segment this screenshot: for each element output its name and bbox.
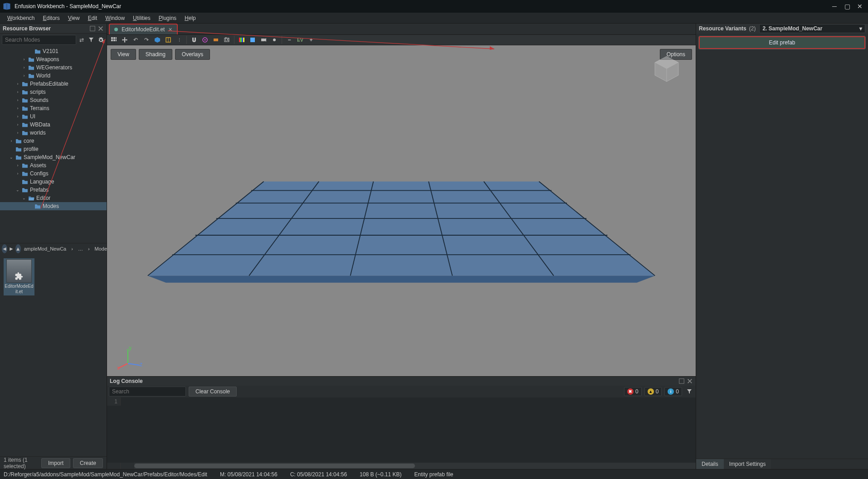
editor-tab[interactable]: EditorModeEdit.et ×	[109, 24, 178, 34]
viewport-overlays-button[interactable]: Overlays	[175, 49, 210, 60]
magnet-icon[interactable]	[189, 35, 199, 45]
minus-icon[interactable]: −	[284, 35, 294, 45]
tree-item[interactable]: ›World	[0, 72, 107, 80]
tree-item[interactable]: ›core	[0, 137, 107, 145]
tab-close-icon[interactable]: ×	[168, 26, 172, 33]
menu-utilities[interactable]: Utilities	[129, 14, 154, 22]
tree-item[interactable]: ⌄SampleMod_NewCar	[0, 153, 107, 161]
tree-item[interactable]: ›Assets	[0, 161, 107, 169]
log-filter-icon[interactable]	[685, 387, 694, 396]
tree-item[interactable]: ›WEGenerators	[0, 63, 107, 72]
color-icon[interactable]	[237, 35, 247, 45]
tree-twisty-icon[interactable]: ⌄	[15, 188, 20, 192]
menu-editors[interactable]: Editors	[39, 14, 63, 22]
panel-close-icon[interactable]	[687, 378, 693, 384]
log-body[interactable]: 1	[107, 397, 696, 463]
nav-up-icon[interactable]: ▲	[15, 244, 21, 253]
tree-twisty-icon[interactable]: ›	[15, 131, 20, 135]
fx-icon[interactable]: fx	[222, 35, 232, 45]
tree-item[interactable]: ›scripts	[0, 88, 107, 96]
tree-item[interactable]: ⌄Editor	[0, 194, 107, 202]
tree-item[interactable]: ›WBData	[0, 121, 107, 129]
viewport[interactable]: View Shading Overlays Options y x z	[107, 45, 696, 376]
tree-twisty-icon[interactable]: ›	[15, 163, 20, 168]
orientation-gizmo-icon[interactable]	[650, 53, 683, 86]
overlay-icon[interactable]	[269, 35, 279, 45]
tree-twisty-icon[interactable]: ›	[15, 106, 20, 111]
env-icon[interactable]: EV	[295, 35, 305, 45]
create-button[interactable]: Create	[73, 458, 103, 468]
menu-view[interactable]: View	[64, 14, 83, 22]
tree-item[interactable]: ›Terrains	[0, 104, 107, 112]
tree-item[interactable]: profile	[0, 145, 107, 153]
move-icon[interactable]	[120, 35, 130, 45]
tree-twisty-icon[interactable]: ›	[22, 57, 26, 62]
menu-edit[interactable]: Edit	[84, 14, 101, 22]
breadcrumb[interactable]: …	[76, 245, 85, 252]
close-button[interactable]: ✕	[854, 2, 865, 11]
tab-details[interactable]: Details	[696, 459, 724, 469]
tree-item[interactable]: Language	[0, 178, 107, 186]
bounds-icon[interactable]	[163, 35, 173, 45]
distance-icon[interactable]	[211, 35, 221, 45]
tree-item[interactable]: V2101	[0, 47, 107, 55]
log-search-input[interactable]	[109, 387, 186, 397]
viewport-view-button[interactable]: View	[111, 49, 136, 60]
tree-item[interactable]: ⌄Prefabs	[0, 186, 107, 194]
tree-item[interactable]: ›worlds	[0, 129, 107, 137]
asset-thumb[interactable]: EditorModeEdit.et	[4, 258, 34, 295]
tree-twisty-icon[interactable]: ›	[15, 122, 20, 127]
variant-select[interactable]: 2. SampleMod_NewCar ▾	[759, 24, 865, 33]
clear-console-button[interactable]: Clear Console	[189, 387, 237, 397]
maximize-button[interactable]: ▢	[842, 2, 853, 11]
tree-twisty-icon[interactable]: ⌄	[22, 196, 26, 200]
panel-popout-icon[interactable]	[678, 378, 685, 384]
snap-icon[interactable]: ⸽	[174, 35, 184, 45]
resource-tree[interactable]: V2101›Weapons›WEGenerators›World›Prefabs…	[0, 46, 107, 243]
search-input[interactable]	[2, 35, 76, 45]
tree-twisty-icon[interactable]: ›	[15, 114, 20, 119]
tree-item[interactable]: ›Weapons	[0, 55, 107, 63]
plus-icon[interactable]: +	[306, 35, 316, 45]
grid-icon[interactable]	[109, 35, 119, 45]
menu-plugins[interactable]: Plugins	[155, 14, 180, 22]
redo-icon[interactable]: ↷	[141, 35, 151, 45]
panel-popout-icon[interactable]	[89, 25, 96, 32]
viewport-shading-button[interactable]: Shading	[139, 49, 172, 60]
ground-icon[interactable]	[200, 35, 210, 45]
asset-grid[interactable]: EditorModeEdit.et	[0, 255, 107, 457]
nav-fwd-icon[interactable]: ►	[9, 244, 14, 253]
tab-import-settings[interactable]: Import Settings	[724, 459, 771, 469]
edit-prefab-button[interactable]: Edit prefab	[699, 36, 865, 49]
tree-twisty-icon[interactable]: ›	[15, 98, 20, 102]
breadcrumb[interactable]: ampleMod_NewCa	[22, 245, 68, 252]
panel-close-icon[interactable]	[98, 25, 104, 32]
tree-item[interactable]: ›UI	[0, 112, 107, 121]
tree-twisty-icon[interactable]: ›	[22, 65, 26, 70]
camera-icon[interactable]	[258, 35, 268, 45]
tree-twisty-icon[interactable]: ›	[22, 73, 26, 78]
error-count-pill[interactable]: ✖0	[624, 387, 642, 396]
tree-twisty-icon[interactable]: ›	[15, 90, 20, 94]
minimize-button[interactable]: ─	[829, 2, 840, 11]
gear-icon[interactable]	[97, 35, 105, 44]
tree-twisty-icon[interactable]: ›	[9, 139, 14, 143]
shading-icon[interactable]	[248, 35, 258, 45]
tree-item[interactable]: ›Configs	[0, 169, 107, 178]
info-count-pill[interactable]: i0	[664, 387, 682, 396]
nav-back-icon[interactable]: ◄	[2, 244, 7, 253]
menu-help[interactable]: Help	[181, 14, 200, 22]
tree-twisty-icon[interactable]: ⌄	[9, 155, 14, 160]
tree-twisty-icon[interactable]: ›	[15, 82, 20, 86]
filter-icon[interactable]	[87, 35, 95, 44]
cube-icon[interactable]	[152, 35, 162, 45]
menu-workbench[interactable]: Workbench	[4, 14, 38, 22]
log-scrollbar[interactable]	[107, 463, 696, 469]
menu-window[interactable]: Window	[102, 14, 128, 22]
tree-item[interactable]: ›PrefabsEditable	[0, 80, 107, 88]
undo-icon[interactable]: ↶	[131, 35, 141, 45]
tree-twisty-icon[interactable]: ›	[15, 171, 20, 176]
tree-item[interactable]: Modes	[0, 202, 107, 210]
warn-count-pill[interactable]: ▲0	[644, 387, 662, 396]
tree-item[interactable]: ›Sounds	[0, 96, 107, 104]
